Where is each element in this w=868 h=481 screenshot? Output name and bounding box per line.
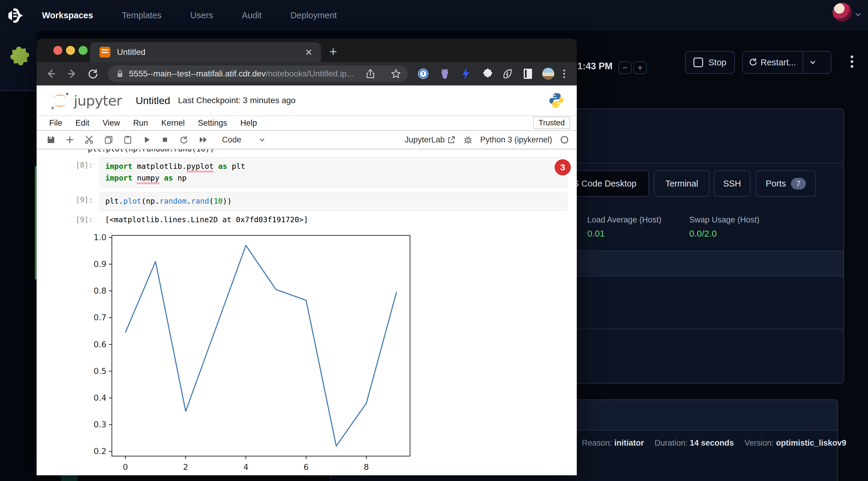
- save-icon[interactable]: [46, 135, 56, 145]
- close-tab-icon[interactable]: ✕: [305, 47, 313, 58]
- browser-tab[interactable]: Untitled ✕: [90, 42, 321, 62]
- jupyter-wordmark: jupyter: [74, 92, 122, 109]
- cell-prompt: [9]:: [37, 192, 100, 211]
- nav-item-templates[interactable]: Templates: [122, 10, 161, 21]
- nav-item-deployment[interactable]: Deployment: [290, 10, 337, 21]
- notebook-title[interactable]: Untitled: [135, 95, 170, 106]
- new-tab-button[interactable]: +: [329, 44, 337, 59]
- puzzle-extension-icon: [3, 44, 32, 72]
- close-window-button[interactable]: [53, 46, 62, 55]
- run-cell-icon[interactable]: [142, 135, 151, 144]
- jupyter-toolbar: Code JupyterLab: [37, 131, 577, 149]
- kernel-name[interactable]: Python 3 (ipykernel): [480, 135, 552, 145]
- jupyter-header: jupyter Untitled Last Checkpoint: 3 minu…: [37, 86, 577, 116]
- bookmark-star-icon[interactable]: [390, 68, 402, 80]
- svg-text:0: 0: [123, 462, 128, 472]
- nav-item-users[interactable]: Users: [190, 10, 213, 21]
- nav-item-audit[interactable]: Audit: [242, 10, 261, 21]
- minimize-window-button[interactable]: [66, 46, 75, 55]
- zoom-in-button[interactable]: +: [633, 62, 647, 74]
- restart-dropdown[interactable]: [803, 52, 823, 73]
- code-cell-9: [9]: plt.plot(np.random.rand(10)): [37, 192, 577, 211]
- notebook-favicon: [100, 47, 111, 58]
- trusted-button[interactable]: Trusted: [533, 117, 570, 129]
- reload-icon[interactable]: [86, 67, 100, 81]
- tab-terminal[interactable]: Terminal: [654, 170, 710, 197]
- nav-item-workspaces[interactable]: Workspaces: [42, 10, 93, 21]
- svg-text:0.5: 0.5: [94, 366, 106, 376]
- svg-text:8: 8: [364, 462, 369, 472]
- browser-window: Untitled ✕ + 5555--main--test--mati: [37, 39, 577, 475]
- tab-ports[interactable]: Ports 7: [756, 170, 816, 197]
- paste-cell-icon[interactable]: [123, 135, 132, 145]
- screen: Workspaces Templates Users Audit Deploym…: [0, 0, 868, 481]
- coder-top-nav: Workspaces Templates Users Audit Deploym…: [0, 0, 868, 31]
- code-cell-8: [8]: import matplotlib.pyplot as plt imp…: [37, 157, 577, 188]
- menu-kernel[interactable]: Kernel: [161, 119, 185, 128]
- tab-ssh[interactable]: SSH: [714, 170, 750, 197]
- restart-kernel-icon[interactable]: [179, 135, 188, 145]
- puzzle-extensions-icon[interactable]: [480, 68, 493, 80]
- copy-cell-icon[interactable]: [104, 135, 113, 145]
- menu-file[interactable]: File: [49, 119, 62, 128]
- build-info-row: Reason: initiator Duration: 14 seconds V…: [582, 439, 855, 448]
- menu-settings[interactable]: Settings: [198, 119, 227, 128]
- profile-avatar[interactable]: [542, 68, 554, 80]
- user-avatar[interactable]: [833, 3, 852, 22]
- interrupt-kernel-icon[interactable]: [161, 135, 169, 144]
- share-icon[interactable]: [365, 68, 376, 79]
- tab-label: SSH: [723, 179, 741, 189]
- external-link-icon: [447, 135, 456, 144]
- restart-label: Restart...: [761, 58, 796, 67]
- zoom-out-button[interactable]: −: [618, 62, 632, 74]
- chevron-down-icon: [258, 136, 266, 143]
- workspace-menu-icon[interactable]: [849, 53, 855, 71]
- github-icon[interactable]: [438, 67, 451, 80]
- cut-cell-icon[interactable]: [84, 135, 94, 145]
- leaf-icon[interactable]: [501, 68, 514, 80]
- stop-workspace-button[interactable]: Stop: [685, 51, 735, 74]
- stop-label: Stop: [706, 58, 729, 67]
- output-prompt: [9]:: [37, 212, 100, 228]
- notification-count-badge: 3: [553, 158, 572, 177]
- restart-workspace-button[interactable]: Restart...: [742, 51, 831, 74]
- reader-mode-icon[interactable]: [523, 67, 533, 80]
- url-bar[interactable]: 5555--main--test--matifali.atif.cdr.dev/…: [108, 65, 408, 82]
- cell-editor[interactable]: plt.plot(np.random.rand(10)): [100, 192, 567, 211]
- version-label: Version:: [744, 439, 774, 447]
- output-row: [9]: [<matplotlib.lines.Line2D at 0x7fd0…: [37, 212, 577, 228]
- left-dark-panel: [0, 91, 37, 481]
- onepassword-icon[interactable]: [417, 67, 430, 80]
- left-panel: [0, 31, 37, 91]
- cell-editor[interactable]: import matplotlib.pyplot as plt import n…: [100, 157, 567, 188]
- add-cell-icon[interactable]: [65, 135, 74, 144]
- restart-run-all-icon[interactable]: [198, 135, 208, 145]
- jupyterlab-link[interactable]: JupyterLab: [405, 135, 456, 145]
- swap-usage-label: Swap Usage (Host): [689, 215, 760, 225]
- load-average-label: Load Average (Host): [587, 215, 661, 225]
- bolt-icon[interactable]: [460, 67, 471, 80]
- cell-type-select[interactable]: Code: [222, 135, 266, 145]
- menu-run[interactable]: Run: [133, 119, 148, 128]
- chevron-down-icon: [809, 59, 817, 66]
- browser-menu-icon[interactable]: [563, 68, 565, 79]
- menu-view[interactable]: View: [102, 119, 120, 128]
- menu-help[interactable]: Help: [240, 119, 257, 128]
- back-icon[interactable]: [44, 67, 58, 81]
- scrolled-cell-fragment: plt.plot(np.random.rand(10)): [88, 149, 214, 154]
- menu-edit[interactable]: Edit: [75, 119, 90, 128]
- svg-text:2: 2: [183, 462, 188, 472]
- tab-label: VS Code Desktop: [567, 179, 637, 189]
- tab-title: Untitled: [117, 47, 305, 57]
- chevron-down-icon[interactable]: [854, 10, 863, 19]
- svg-text:0.6: 0.6: [94, 340, 106, 349]
- load-average-value: 0.01: [587, 228, 604, 239]
- python-logo: [548, 92, 565, 109]
- tab-label: Ports: [766, 179, 786, 189]
- jupyter-menubar: File Edit View Run Kernel Settings Help …: [37, 116, 577, 131]
- forward-icon[interactable]: [65, 67, 79, 81]
- debugger-bug-icon[interactable]: [463, 135, 472, 144]
- nav-items: Workspaces Templates Users Audit Deploym…: [42, 10, 337, 21]
- tab-label: Terminal: [665, 179, 698, 189]
- maximize-window-button[interactable]: [79, 46, 88, 55]
